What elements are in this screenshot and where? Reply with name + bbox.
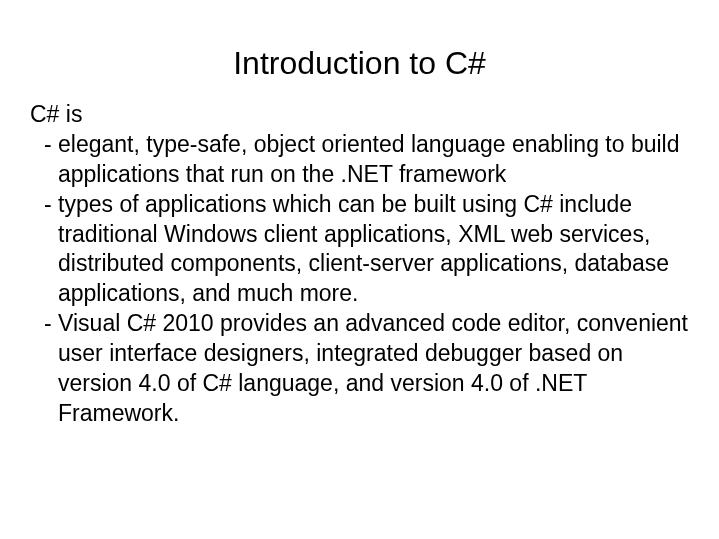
bullet-item: - types of applications which can be bui…	[30, 190, 689, 310]
slide-title: Introduction to C#	[30, 45, 689, 82]
bullet-item: - elegant, type-safe, object oriented la…	[30, 130, 689, 190]
slide-content: C# is - elegant, type-safe, object orien…	[30, 100, 689, 429]
bullet-item: - Visual C# 2010 provides an advanced co…	[30, 309, 689, 429]
intro-text: C# is	[30, 100, 689, 130]
